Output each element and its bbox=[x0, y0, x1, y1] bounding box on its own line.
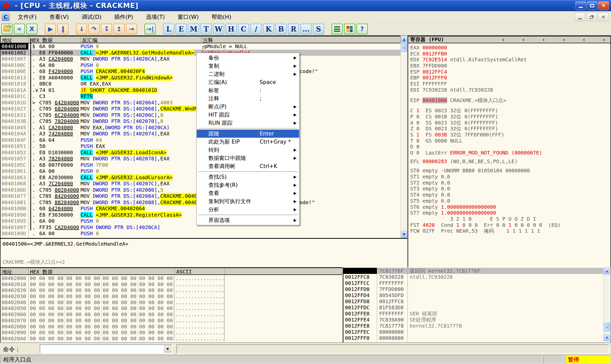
register-line[interactable]: ST5 empty 0.0 bbox=[410, 198, 609, 204]
dump-row[interactable]: 0040202000 00 00 0000 00 00 0000 00 00 0… bbox=[1, 287, 342, 293]
chevron-down-icon[interactable]: ▼ bbox=[164, 345, 171, 353]
dump-row[interactable]: 0040203000 00 00 0000 00 00 0000 00 00 0… bbox=[1, 293, 342, 300]
stack-row[interactable]: 0012FFD07FFDD000 bbox=[343, 286, 603, 292]
scroll-down-icon[interactable]: ▼ bbox=[604, 334, 610, 341]
context-menu-item[interactable]: 转到▶ bbox=[197, 146, 299, 154]
stack-row[interactable]: 0012FFE87C817778kernel32.7C817778 bbox=[343, 323, 603, 329]
chevron-left-icon[interactable]: ‹ bbox=[542, 36, 545, 43]
appearance-button[interactable] bbox=[344, 24, 355, 34]
context-menu-item[interactable]: 备份▶ bbox=[197, 54, 299, 62]
register-line[interactable]: C 1 ES 0023 32位 0(FFFFFFFF) bbox=[410, 108, 609, 114]
context-menu-item[interactable]: 二进制▶ bbox=[197, 70, 299, 78]
open-file-button[interactable] bbox=[1, 24, 12, 34]
dump-row[interactable]: 004020A000 00 00 0000 00 00 0000 00 00 0… bbox=[1, 336, 342, 341]
register-line[interactable]: ESP 0012FFC4 bbox=[410, 69, 609, 75]
disasm-row[interactable]: 0040109D.6A 00PUSH 0 bbox=[1, 230, 401, 237]
stack-row[interactable]: 0012FFC47C81776F返回到 kernel32.7C81776F bbox=[343, 268, 603, 274]
maximize-button[interactable] bbox=[587, 1, 597, 10]
register-line[interactable]: EBP 0012FFF0 bbox=[410, 75, 609, 81]
disasm-row[interactable]: 00401000$6A 00PUSH 0┌pModule = NULL bbox=[1, 43, 401, 50]
register-line[interactable]: ST7 empty 1.0000000000000000 bbox=[410, 210, 609, 216]
context-menu-item[interactable]: 查找参考(R)▶ bbox=[197, 181, 299, 189]
breakpoints-window-button[interactable]: B bbox=[275, 24, 287, 34]
register-line[interactable]: S 1 FS 003B 32位 7FFDF000(FFF) bbox=[410, 132, 609, 138]
register-line[interactable]: P 0 CS 001B 32位 0(FFFFFFFF) bbox=[410, 114, 609, 120]
context-menu-item[interactable]: 查看调用树Ctrl+K bbox=[197, 162, 299, 170]
mdi-restore-button[interactable] bbox=[587, 13, 597, 21]
register-line[interactable]: ST2 empty 0.0 bbox=[410, 180, 609, 186]
stack-scrollbar[interactable]: ▲ ≡ ▼ bbox=[603, 267, 611, 341]
go-to-user-code-button[interactable]: →| bbox=[144, 24, 156, 34]
register-line[interactable]: EAX 00000000 bbox=[410, 45, 609, 51]
step-over-button[interactable]: ↷ bbox=[88, 24, 100, 34]
register-line[interactable]: FCW 027F Prec NEAR,53 掩码 1 1 1 1 1 1 bbox=[410, 228, 609, 234]
register-line[interactable]: EFL 00000283 (NO,B,NE,BE,S,PO,L,LE) bbox=[410, 159, 609, 165]
restart-button[interactable]: « bbox=[14, 24, 25, 34]
context-menu-item[interactable]: 界面选项▶ bbox=[197, 216, 299, 224]
chevron-left-icon[interactable]: ‹ bbox=[522, 36, 525, 43]
stack-row[interactable]: 0012FFDC81F583D8 bbox=[343, 304, 603, 311]
menu-item[interactable]: 查看(V) bbox=[45, 12, 73, 22]
context-menu-item[interactable]: 分析▶ bbox=[197, 205, 299, 214]
stack-pane[interactable]: 0012FFC47C81776F返回到 kernel32.7C81776F001… bbox=[343, 267, 611, 342]
scroll-down-icon[interactable]: ▼ bbox=[401, 231, 407, 238]
patches-window-button[interactable]: / bbox=[250, 24, 262, 34]
register-line[interactable]: EDX 7C92E514 ntdll.KiFastSystemCallRet bbox=[410, 57, 609, 63]
threads-window-button[interactable]: T bbox=[201, 24, 212, 34]
register-line[interactable]: ST4 empty 0.0 bbox=[410, 192, 609, 198]
scroll-up-icon[interactable]: ▲ bbox=[401, 36, 407, 43]
register-line[interactable]: O 0 LastErr ERROR_MOD_NOT_FOUND (0000007… bbox=[410, 150, 609, 156]
step-into-button[interactable]: ↓ bbox=[76, 24, 87, 34]
command-input[interactable]: ▼ bbox=[40, 344, 172, 354]
run-button[interactable]: ▶ bbox=[45, 24, 56, 34]
context-menu-item[interactable]: 汇编(A)Space bbox=[197, 78, 299, 86]
chevron-left-icon[interactable]: ‹ bbox=[502, 36, 505, 43]
register-line[interactable]: D 0 bbox=[410, 144, 609, 150]
execute-till-return-button[interactable]: → bbox=[126, 24, 137, 34]
register-line[interactable]: ST3 empty 0.0 bbox=[410, 186, 609, 192]
context-menu-item[interactable]: 跟随Enter bbox=[197, 130, 299, 138]
run-trace-window-button[interactable]: ... bbox=[300, 24, 312, 34]
dump-row[interactable]: 0040205000 00 00 0000 00 00 0000 00 00 0… bbox=[1, 305, 342, 312]
stack-row[interactable]: 0012FFD80012FFC8 bbox=[343, 298, 603, 304]
context-menu-item[interactable]: 断点(P)▶ bbox=[197, 103, 299, 111]
dump-row[interactable]: 0040200000 00 00 0000 00 00 0000 00 00 0… bbox=[1, 275, 342, 282]
call-stack-window-button[interactable]: K bbox=[263, 24, 274, 34]
menu-item[interactable]: 插件(P) bbox=[110, 12, 138, 22]
context-menu-item[interactable]: 查看▶ bbox=[197, 189, 299, 197]
context-menu-item[interactable]: HIT 跟踪▶ bbox=[197, 111, 299, 119]
context-menu-item[interactable]: 注释; bbox=[197, 94, 299, 103]
chevron-left-icon[interactable]: ‹ bbox=[562, 36, 565, 43]
handles-window-button[interactable]: H bbox=[225, 24, 237, 34]
source-window-button[interactable]: S bbox=[313, 24, 324, 34]
chevron-left-icon[interactable]: ‹ bbox=[582, 36, 586, 43]
context-menu-item[interactable]: 标签: bbox=[197, 86, 299, 94]
cpu-window-button[interactable]: C bbox=[238, 24, 249, 34]
stack-row[interactable]: 0012FFCCFFFFFFFF bbox=[343, 280, 603, 286]
chevron-left-icon[interactable]: ‹ bbox=[603, 36, 606, 43]
context-menu-item[interactable]: 复制▶ bbox=[197, 62, 299, 70]
stack-row[interactable]: 0012FFE0FFFFFFFFSEH 链尾部 bbox=[343, 311, 603, 317]
register-line[interactable]: A 0 SS 0023 32位 0(FFFFFFFF) bbox=[410, 120, 609, 126]
context-menu-item[interactable]: 数据窗口中跟随▶ bbox=[197, 154, 299, 162]
register-line[interactable]: ECX 0012FFB0 bbox=[410, 51, 609, 57]
register-line[interactable]: FST 4020 Cond 1 0 0 0 Err 0 0 1 0 0 0 0 … bbox=[410, 222, 609, 228]
register-line[interactable]: 3 2 1 0 E S P U O Z D I bbox=[410, 216, 609, 222]
dump-row[interactable]: 0040204000 00 00 0000 00 00 0000 00 00 0… bbox=[1, 300, 342, 306]
minimize-button[interactable] bbox=[575, 1, 586, 10]
hex-dump-pane[interactable]: 地址HEX 数据ASCII 0040200000 00 00 0000 00 0… bbox=[0, 267, 342, 342]
executables-window-button[interactable]: E bbox=[176, 24, 187, 34]
log-window-button[interactable]: L bbox=[163, 24, 174, 34]
registers-pane[interactable]: 寄存器 (FPU) ‹‹‹‹‹‹ EAX 00000000ECX 0012FFB… bbox=[408, 36, 611, 266]
stack-row[interactable]: 0012FFD480545DFD bbox=[343, 292, 603, 298]
register-line[interactable]: EIP 00401000 CRACKME.<模块入口点> bbox=[410, 97, 609, 104]
registers-collapse-icons[interactable]: ‹‹‹‹‹‹ bbox=[502, 36, 611, 43]
trace-into-button[interactable]: ↧ bbox=[101, 24, 112, 34]
register-line[interactable]: Z 0 DS 0023 32位 0(FFFFFFFF) bbox=[410, 126, 609, 132]
scroll-up-icon[interactable]: ▲ bbox=[604, 268, 610, 274]
context-menu-item[interactable]: 此处为新 EIPCtrl+Gray * bbox=[197, 138, 299, 146]
dump-row[interactable]: 0040207000 00 00 0000 00 00 0000 00 00 0… bbox=[1, 318, 342, 324]
trace-over-button[interactable]: ↥ bbox=[113, 24, 125, 34]
close-button[interactable]: ✕ bbox=[598, 1, 609, 10]
register-line[interactable]: ST1 empty 0.0 bbox=[410, 174, 609, 180]
